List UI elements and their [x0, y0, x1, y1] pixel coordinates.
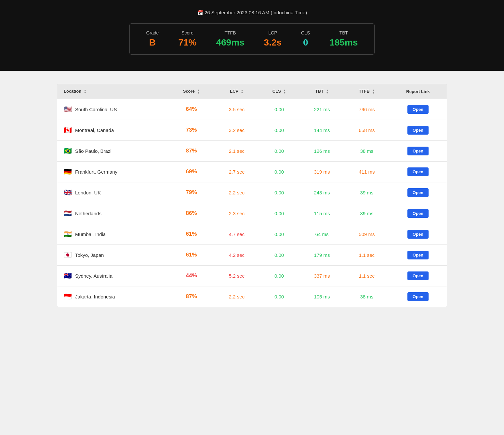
- cell-score-1: 73%: [168, 120, 215, 140]
- cell-cls-8: 0.00: [259, 265, 299, 286]
- tbt-value-5: 115 ms: [314, 211, 330, 216]
- cls-value-8: 0.00: [274, 273, 284, 279]
- open-button-8[interactable]: Open: [407, 271, 429, 280]
- col-lcp[interactable]: LCP ▲▼: [215, 84, 259, 99]
- cell-ttfb-4: 39 ms: [344, 182, 389, 203]
- cell-location-7: 🇯🇵 Tokyo, Japan: [57, 244, 168, 265]
- cell-cls-7: 0.00: [259, 244, 299, 265]
- cls-value-2: 0.00: [274, 148, 284, 154]
- cell-report-5: Open: [389, 203, 447, 224]
- lcp-value-9: 2.2 sec: [229, 294, 245, 299]
- open-button-4[interactable]: Open: [407, 188, 429, 197]
- top-header: 📅 26 September 2023 08:16 AM (Indochina …: [0, 0, 504, 71]
- grade-value: B: [149, 37, 156, 48]
- score-value-7: 61%: [186, 252, 197, 258]
- open-button-3[interactable]: Open: [407, 167, 429, 176]
- lcp-value-4: 2.2 sec: [229, 190, 245, 195]
- open-button-2[interactable]: Open: [407, 147, 429, 155]
- cell-tbt-5: 115 ms: [299, 203, 344, 224]
- cell-location-8: 🇦🇺 Sydney, Australia: [57, 265, 168, 286]
- cell-report-9: Open: [389, 286, 447, 307]
- table-row: 🇬🇧 London, UK 79% 2.2 sec 0.00 243 ms 39…: [57, 182, 447, 203]
- open-button-5[interactable]: Open: [407, 209, 429, 218]
- ttfb-value-7: 1.1 sec: [359, 252, 375, 258]
- cls-value-0: 0.00: [274, 107, 284, 112]
- open-button-6[interactable]: Open: [407, 230, 429, 239]
- col-cls[interactable]: CLS ▲▼: [259, 84, 299, 99]
- col-report-link: Report Link: [389, 84, 447, 99]
- flag-9: 🇮🇩: [64, 293, 72, 300]
- ttfb-value-5: 39 ms: [360, 211, 374, 216]
- tbt-value-8: 337 ms: [314, 273, 330, 279]
- col-score[interactable]: Score ▲▼: [168, 84, 215, 99]
- open-button-7[interactable]: Open: [407, 251, 429, 259]
- tbt-label: TBT: [339, 30, 348, 35]
- cell-report-7: Open: [389, 244, 447, 265]
- cell-ttfb-3: 411 ms: [344, 161, 389, 182]
- lcp-label: LCP: [268, 30, 277, 35]
- table-row: 🇳🇱 Netherlands 86% 2.3 sec 0.00 115 ms 3…: [57, 203, 447, 224]
- cell-report-4: Open: [389, 182, 447, 203]
- ttfb-value-8: 1.1 sec: [359, 273, 375, 279]
- cell-tbt-9: 105 ms: [299, 286, 344, 307]
- open-button-9[interactable]: Open: [407, 292, 429, 301]
- lcp-value-7: 4.2 sec: [229, 252, 245, 258]
- cls-value-9: 0.00: [274, 294, 284, 299]
- table-row: 🇮🇳 Mumbai, India 61% 4.7 sec 0.00 64 ms …: [57, 224, 447, 244]
- col-location[interactable]: Location ▲▼: [57, 84, 168, 99]
- datetime-bar: 📅 26 September 2023 08:16 AM (Indochina …: [197, 10, 307, 16]
- cell-lcp-5: 2.3 sec: [215, 203, 259, 224]
- cell-score-2: 87%: [168, 140, 215, 161]
- location-name-7: Tokyo, Japan: [75, 252, 104, 258]
- lcp-value-1: 3.2 sec: [229, 127, 245, 133]
- cell-cls-6: 0.00: [259, 224, 299, 244]
- cell-report-0: Open: [389, 99, 447, 120]
- cell-cls-3: 0.00: [259, 161, 299, 182]
- flag-5: 🇳🇱: [64, 209, 72, 217]
- lcp-value: 3.2s: [264, 37, 282, 48]
- cell-lcp-3: 2.7 sec: [215, 161, 259, 182]
- cell-location-9: 🇮🇩 Jakarta, Indonesia: [57, 286, 168, 307]
- cell-tbt-2: 126 ms: [299, 140, 344, 161]
- cell-location-2: 🇧🇷 São Paulo, Brazil: [57, 140, 168, 161]
- flag-6: 🇮🇳: [64, 230, 72, 238]
- flag-4: 🇬🇧: [64, 189, 72, 196]
- score-value-4: 79%: [186, 189, 197, 195]
- score-value-5: 86%: [186, 210, 197, 216]
- cell-ttfb-8: 1.1 sec: [344, 265, 389, 286]
- cell-score-8: 44%: [168, 265, 215, 286]
- score-card-cls: CLS 0: [301, 30, 310, 48]
- cell-lcp-6: 4.7 sec: [215, 224, 259, 244]
- ttfb-value: 469ms: [216, 37, 244, 48]
- open-button-0[interactable]: Open: [407, 105, 429, 114]
- cell-lcp-1: 3.2 sec: [215, 120, 259, 140]
- cls-value-7: 0.00: [274, 252, 284, 258]
- ttfb-value-3: 411 ms: [359, 169, 375, 175]
- col-ttfb[interactable]: TTFB ▲▼: [344, 84, 389, 99]
- lcp-value-6: 4.7 sec: [229, 231, 245, 237]
- open-button-1[interactable]: Open: [407, 126, 429, 135]
- cls-value-1: 0.00: [274, 127, 284, 133]
- lcp-value-0: 3.5 sec: [229, 107, 245, 112]
- cls-value: 0: [303, 37, 308, 48]
- flag-8: 🇦🇺: [64, 272, 72, 280]
- cell-report-8: Open: [389, 265, 447, 286]
- cell-location-3: 🇩🇪 Frankfurt, Germany: [57, 161, 168, 182]
- col-tbt[interactable]: TBT ▲▼: [299, 84, 344, 99]
- ttfb-value-6: 509 ms: [359, 231, 375, 237]
- lcp-value-2: 2.1 sec: [229, 148, 245, 154]
- cell-tbt-0: 221 ms: [299, 99, 344, 120]
- location-name-3: Frankfurt, Germany: [75, 169, 117, 175]
- cell-ttfb-6: 509 ms: [344, 224, 389, 244]
- cell-report-3: Open: [389, 161, 447, 182]
- tbt-value-9: 105 ms: [314, 294, 330, 299]
- flag-0: 🇺🇸: [64, 105, 72, 113]
- cell-cls-4: 0.00: [259, 182, 299, 203]
- score-value-1: 73%: [186, 127, 197, 133]
- cell-ttfb-2: 38 ms: [344, 140, 389, 161]
- score-value-2: 87%: [186, 148, 197, 154]
- cell-cls-1: 0.00: [259, 120, 299, 140]
- ttfb-value-9: 38 ms: [360, 294, 374, 299]
- cell-lcp-4: 2.2 sec: [215, 182, 259, 203]
- score-card-tbt: TBT 185ms: [329, 30, 358, 48]
